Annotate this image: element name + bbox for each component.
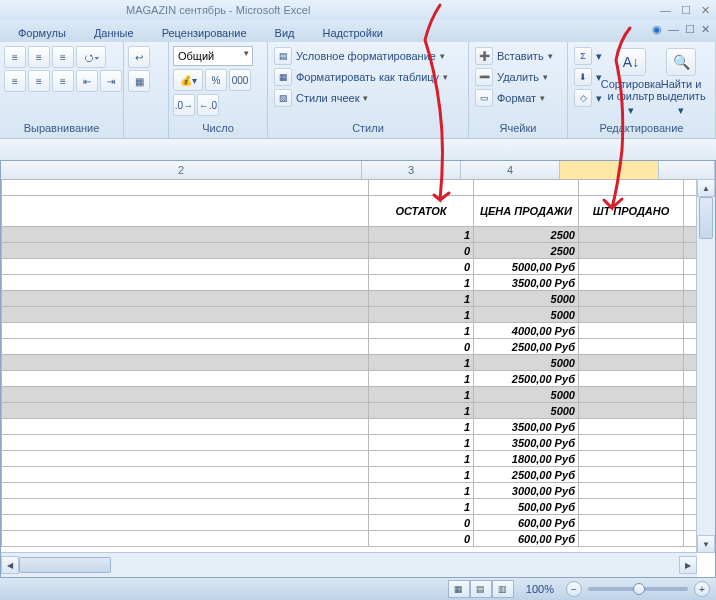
merge-button[interactable]: ▦: [128, 70, 150, 92]
sort-filter-icon: A↓: [616, 48, 646, 76]
table-row[interactable]: 02500,00 Руб: [2, 339, 697, 355]
tab-data[interactable]: Данные: [82, 24, 146, 42]
table-row[interactable]: 15000: [2, 387, 697, 403]
table-row[interactable]: 12500,00 Руб: [2, 467, 697, 483]
vscroll-thumb[interactable]: [699, 197, 713, 239]
tab-addins[interactable]: Надстройки: [310, 24, 394, 42]
col-header-5-selected[interactable]: [560, 161, 659, 179]
format-as-table-button[interactable]: ▦Форматировать как таблицу: [272, 67, 450, 87]
insert-cells-button[interactable]: ➕Вставить: [473, 46, 555, 66]
sort-filter-button[interactable]: A↓ Сортировка и фильтр▾: [608, 46, 654, 116]
close-icon[interactable]: ✕: [701, 4, 710, 17]
tab-formulas[interactable]: Формулы: [6, 24, 78, 42]
scroll-left-button[interactable]: ◀: [1, 556, 19, 574]
table-row[interactable]: 13500,00 Руб: [2, 435, 697, 451]
clear-button[interactable]: ◇▾: [572, 88, 604, 108]
zoom-out-button[interactable]: −: [566, 581, 582, 597]
table-row[interactable]: [2, 180, 697, 196]
table-row[interactable]: 1500,00 Руб: [2, 499, 697, 515]
orientation-button[interactable]: ⭯▾: [76, 46, 106, 68]
percent-button[interactable]: %: [205, 69, 227, 91]
table-row[interactable]: 0600,00 Руб: [2, 515, 697, 531]
autosum-button[interactable]: Σ▾: [572, 46, 604, 66]
table-header-row[interactable]: ОСТАТОКЦЕНА ПРОДАЖИШТ ПРОДАНО: [2, 196, 697, 227]
title-bar: MAGAZIN сентябрь - Microsoft Excel — ☐ ✕: [0, 0, 716, 20]
ribbon-tabs: Формулы Данные Рецензирование Вид Надстр…: [0, 20, 716, 42]
table-row[interactable]: 13500,00 Руб: [2, 419, 697, 435]
table-row[interactable]: 0600,00 Руб: [2, 531, 697, 547]
table-row[interactable]: 05000,00 Руб: [2, 259, 697, 275]
maximize-icon[interactable]: ☐: [681, 4, 691, 17]
align-bottom-button[interactable]: ≡: [52, 46, 74, 68]
align-middle-button[interactable]: ≡: [28, 46, 50, 68]
ribbon: ≡ ≡ ≡ ⭯▾ ≡ ≡ ≡ ⇤ ⇥ Выравнивание ↩ ▦ Общи…: [0, 42, 716, 139]
indent-dec-button[interactable]: ⇤: [76, 70, 98, 92]
table-row[interactable]: 15000: [2, 291, 697, 307]
column-headers: 2 3 4: [1, 161, 715, 180]
vertical-scrollbar[interactable]: ▲ ▼: [696, 179, 715, 553]
help-icon[interactable]: ◉: [652, 23, 662, 36]
group-styles-label: Стили: [272, 122, 464, 136]
table-row[interactable]: 02500: [2, 243, 697, 259]
window-title: MAGAZIN сентябрь - Microsoft Excel: [126, 4, 310, 16]
table-row[interactable]: 15000: [2, 403, 697, 419]
delete-cells-button[interactable]: ➖Удалить: [473, 67, 555, 87]
indent-inc-button[interactable]: ⇥: [100, 70, 122, 92]
group-number-label: Число: [173, 122, 263, 136]
col-header-3[interactable]: 3: [362, 161, 461, 179]
doc-restore-icon[interactable]: ☐: [685, 23, 695, 36]
scroll-right-button[interactable]: ▶: [679, 556, 697, 574]
find-select-button[interactable]: 🔍 Найти и выделить▾: [658, 46, 704, 116]
align-left-button[interactable]: ≡: [4, 70, 26, 92]
group-cells-label: Ячейки: [473, 122, 563, 136]
find-icon: 🔍: [666, 48, 696, 76]
align-right-button[interactable]: ≡: [52, 70, 74, 92]
table-row[interactable]: 11800,00 Руб: [2, 451, 697, 467]
hscroll-thumb[interactable]: [19, 557, 111, 573]
table-row[interactable]: 13000,00 Руб: [2, 483, 697, 499]
tab-view[interactable]: Вид: [263, 24, 307, 42]
zoom-in-button[interactable]: +: [694, 581, 710, 597]
align-top-button[interactable]: ≡: [4, 46, 26, 68]
spreadsheet-area: 2 3 4 ОСТАТОКЦЕНА ПРОДАЖИШТ ПРОДАНО12500…: [0, 160, 716, 578]
view-pagebreak-button[interactable]: ▥: [492, 580, 514, 598]
col-header-6[interactable]: [659, 161, 715, 179]
fill-button[interactable]: ⬇▾: [572, 67, 604, 87]
scroll-up-button[interactable]: ▲: [697, 179, 715, 197]
dec-decimal-button[interactable]: ←.0: [197, 94, 219, 116]
doc-close-icon[interactable]: ✕: [701, 23, 710, 36]
cell-styles-button[interactable]: ▧Стили ячеек: [272, 88, 450, 108]
horizontal-scrollbar[interactable]: ◀ ▶: [1, 552, 697, 577]
table-row[interactable]: 15000: [2, 307, 697, 323]
col-header-2[interactable]: 2: [1, 161, 362, 179]
table-row[interactable]: 12500: [2, 227, 697, 243]
format-cells-button[interactable]: ▭Формат: [473, 88, 555, 108]
inc-decimal-button[interactable]: .0→: [173, 94, 195, 116]
zoom-label: 100%: [526, 583, 554, 595]
align-center-button[interactable]: ≡: [28, 70, 50, 92]
zoom-slider[interactable]: [588, 587, 688, 591]
view-layout-button[interactable]: ▤: [470, 580, 492, 598]
conditional-formatting-button[interactable]: ▤Условное форматирование: [272, 46, 450, 66]
table-row[interactable]: 15000: [2, 355, 697, 371]
header-prodano: ШТ ПРОДАНО: [579, 196, 684, 227]
view-normal-button[interactable]: ▦: [448, 580, 470, 598]
accounting-button[interactable]: 💰▾: [173, 69, 203, 91]
header-cena: ЦЕНА ПРОДАЖИ: [474, 196, 579, 227]
scroll-down-button[interactable]: ▼: [697, 535, 715, 553]
table-row[interactable]: 13500,00 Руб: [2, 275, 697, 291]
tab-review[interactable]: Рецензирование: [150, 24, 259, 42]
group-alignment-label: Выравнивание: [4, 122, 119, 136]
table-row[interactable]: 12500,00 Руб: [2, 371, 697, 387]
zoom-slider-knob[interactable]: [633, 583, 645, 595]
grid[interactable]: ОСТАТОКЦЕНА ПРОДАЖИШТ ПРОДАНО12500025000…: [1, 179, 697, 553]
doc-minimize-icon[interactable]: —: [668, 23, 679, 36]
formula-bar[interactable]: [0, 138, 716, 162]
number-format-combo[interactable]: Общий: [173, 46, 253, 66]
header-ostatok: ОСТАТОК: [369, 196, 474, 227]
minimize-icon[interactable]: —: [660, 4, 671, 17]
col-header-4[interactable]: 4: [461, 161, 560, 179]
wrap-text-button[interactable]: ↩: [128, 46, 150, 68]
comma-button[interactable]: 000: [229, 69, 251, 91]
table-row[interactable]: 14000,00 Руб: [2, 323, 697, 339]
